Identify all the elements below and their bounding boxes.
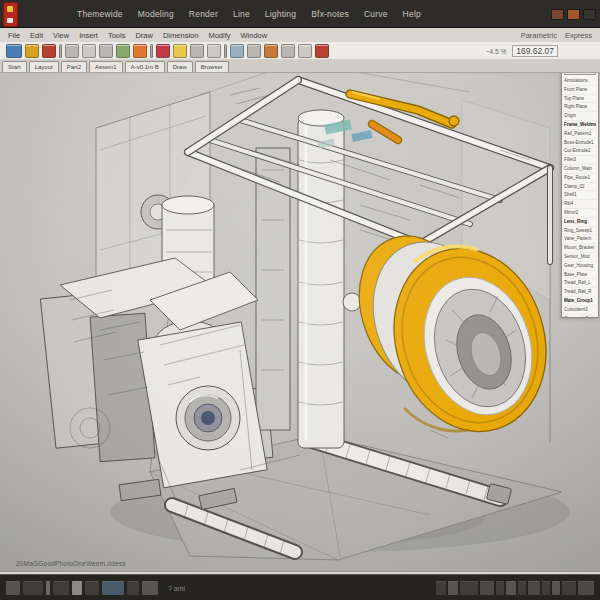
toolbar-icon[interactable] [59, 44, 62, 58]
feature-tree-item[interactable]: Boss-Extrude1 [564, 139, 596, 148]
toolbar-icon[interactable] [6, 44, 22, 58]
document-tab[interactable]: A-v0.1m B [125, 61, 165, 72]
document-tab[interactable]: Layout [29, 61, 59, 72]
toolbar-icon[interactable] [230, 44, 244, 58]
feature-tree-item[interactable]: Front Plane [564, 86, 596, 95]
taskbar-icon[interactable] [85, 581, 99, 595]
titlebar-menu-item[interactable]: Line [233, 9, 250, 19]
menu-item[interactable]: Insert [79, 31, 98, 40]
taskbar-tray-icon[interactable] [448, 581, 458, 595]
feature-tree-item[interactable]: Coincident3 [564, 306, 596, 315]
menu-item[interactable]: Draw [135, 31, 153, 40]
menu-item[interactable]: Modify [208, 31, 230, 40]
feature-tree-item[interactable]: Cut-Extrude2 [564, 147, 596, 156]
document-tab[interactable]: Part2 [61, 61, 87, 72]
toolbar-icon[interactable] [247, 44, 261, 58]
menu-item[interactable]: Dimension [163, 31, 198, 40]
titlebar-menu-item[interactable]: Lighting [265, 9, 296, 19]
feature-tree-item[interactable]: Sensor_Mod [564, 253, 596, 262]
taskbar-tray-icon[interactable] [578, 581, 594, 595]
feature-tree-item[interactable]: Mount_Bracket [564, 244, 596, 253]
window-control-icon[interactable] [583, 9, 596, 20]
menu-item[interactable]: Edit [30, 31, 43, 40]
toolbar-icon[interactable] [116, 44, 130, 58]
app-logo-icon[interactable] [3, 2, 18, 27]
titlebar-menu-item[interactable]: Themewide [77, 9, 123, 19]
taskbar-tray-icon[interactable] [562, 581, 576, 595]
feature-tree-item[interactable]: Clamp_02 [564, 183, 596, 192]
feature-tree-item[interactable]: Ring_Sweep1 [564, 227, 596, 236]
feature-tree-item[interactable]: Right Plane [564, 103, 596, 112]
titlebar-menu-item[interactable]: Render [189, 9, 218, 19]
toolbar-icon[interactable] [207, 44, 221, 58]
taskbar-icon[interactable] [46, 581, 50, 595]
document-tab[interactable]: Start [2, 61, 27, 72]
feature-tree-item[interactable]: Fillet3 [564, 156, 596, 165]
toolbar-icon[interactable] [298, 44, 312, 58]
menu-item[interactable]: File [8, 31, 20, 40]
menu-item[interactable]: Tools [108, 31, 126, 40]
taskbar-icon[interactable] [102, 581, 124, 595]
feature-tree-item[interactable]: Mirror2 [564, 209, 596, 218]
window-control-icon[interactable] [567, 9, 580, 20]
menu-item[interactable]: View [53, 31, 69, 40]
toolbar-icon[interactable] [65, 44, 79, 58]
taskbar-tray-icon[interactable] [552, 581, 560, 595]
taskbar-icon[interactable] [23, 581, 43, 595]
taskbar-icon[interactable] [6, 581, 20, 595]
taskbar-icon[interactable] [72, 581, 82, 595]
feature-tree-item[interactable]: Column_Main [564, 165, 596, 174]
document-tab[interactable]: Draw [167, 61, 193, 72]
feature-tree-panel[interactable]: Tree AnnotationsFront PlaneTop PlaneRigh… [561, 62, 599, 318]
taskbar-tray-icon[interactable] [542, 581, 550, 595]
taskbar-tray-icon[interactable] [496, 581, 504, 595]
taskbar-icon[interactable] [127, 581, 139, 595]
toolbar-icon[interactable] [264, 44, 278, 58]
titlebar-menu-item[interactable]: Modeling [138, 9, 174, 19]
readout-value[interactable]: 169.62.07 [512, 45, 558, 57]
taskbar-icon[interactable] [142, 581, 158, 595]
feature-tree-item[interactable]: Origin [564, 112, 596, 121]
feature-tree-item[interactable]: Gear_Housing [564, 262, 596, 271]
feature-tree-item[interactable]: Tread_Rail_L [564, 279, 596, 288]
taskbar-tray-icon[interactable] [460, 581, 478, 595]
feature-tree-item[interactable]: Pipe_Route1 [564, 174, 596, 183]
menu-item[interactable]: Parametric [521, 31, 557, 40]
taskbar-tray-icon[interactable] [480, 581, 494, 595]
feature-tree-item[interactable]: Rail_Pattern1 [564, 130, 596, 139]
toolbar-icon[interactable] [224, 44, 227, 58]
toolbar-icon[interactable] [156, 44, 170, 58]
toolbar-icon[interactable] [42, 44, 56, 58]
feature-tree-item[interactable]: Frame_Weldment [564, 121, 596, 130]
feature-tree-item[interactable]: Rib4 [564, 200, 596, 209]
feature-tree-item[interactable]: Mate_Group1 [564, 297, 596, 306]
document-tab[interactable]: Assem1 [89, 61, 123, 72]
feature-tree-item[interactable]: Annotations [564, 77, 596, 86]
viewport-3d[interactable] [0, 28, 600, 574]
taskbar-tray-icon[interactable] [528, 581, 540, 595]
titlebar-menu-item[interactable]: Bfx-notes [311, 9, 349, 19]
feature-tree-item[interactable]: Concentric5 [564, 315, 596, 318]
taskbar-icon[interactable] [53, 581, 69, 595]
menu-item[interactable]: Express [565, 31, 592, 40]
feature-tree-item[interactable]: Shell1 [564, 191, 596, 200]
toolbar-icon[interactable] [133, 44, 147, 58]
titlebar-menu-item[interactable]: Help [403, 9, 421, 19]
feature-tree-item[interactable]: Tread_Rail_R [564, 288, 596, 297]
toolbar-icon[interactable] [82, 44, 96, 58]
toolbar-icon[interactable] [150, 44, 153, 58]
taskbar-tray-icon[interactable] [506, 581, 516, 595]
toolbar-icon[interactable] [25, 44, 39, 58]
menu-item[interactable]: Window [240, 31, 267, 40]
toolbar-icon[interactable] [99, 44, 113, 58]
toolbar-icon[interactable] [190, 44, 204, 58]
document-tab[interactable]: Browser [195, 61, 229, 72]
titlebar-menu-item[interactable]: Curve [364, 9, 388, 19]
toolbar-icon[interactable] [281, 44, 295, 58]
toolbar-icon[interactable] [315, 44, 329, 58]
toolbar-icon[interactable] [173, 44, 187, 58]
feature-tree-item[interactable]: Lens_Ring [564, 218, 596, 227]
feature-tree-item[interactable]: Base_Plate [564, 271, 596, 280]
feature-tree-item[interactable]: Top Plane [564, 95, 596, 104]
feature-tree-item[interactable]: Vane_Pattern [564, 235, 596, 244]
